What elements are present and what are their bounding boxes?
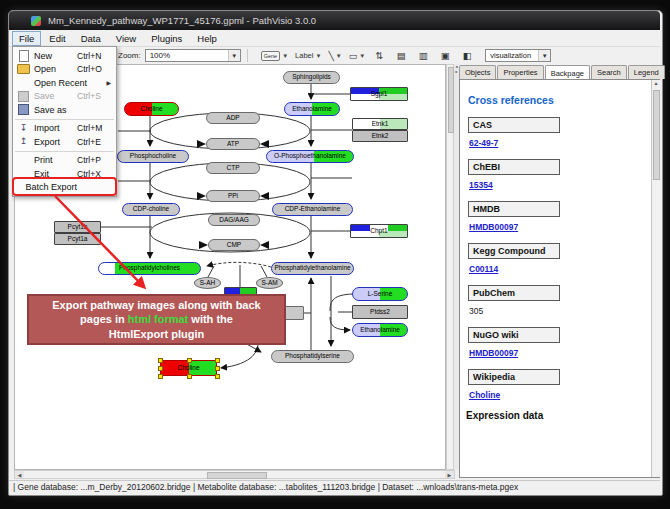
print-icon[interactable]: ▣ [437, 49, 453, 63]
node-phosphatidylserine[interactable]: Phosphatidylserine [271, 350, 354, 363]
node-phosphatidylcholines[interactable]: Phosphatidylcholines [98, 262, 201, 275]
file-menu-item-save[interactable]: SaveCtrl+S [13, 90, 116, 104]
open-folder-icon [17, 64, 30, 74]
chevron-down-icon[interactable]: ▼ [282, 53, 288, 59]
selection-handle[interactable] [158, 374, 163, 379]
sidebar-scrollbar[interactable]: ▲ [651, 80, 660, 477]
node-cmp[interactable]: CMP [208, 239, 260, 251]
file-menu-item-open-recent[interactable]: Open Recent▶ [13, 76, 116, 90]
stack-rows-icon[interactable]: ▤ [393, 49, 409, 63]
node-etnk1[interactable]: Etnk1 [352, 118, 408, 130]
selection-handle[interactable] [215, 358, 220, 363]
file-menu-item-open[interactable]: OpenCtrl+O [13, 63, 116, 77]
chevron-down-icon[interactable]: ▼ [538, 50, 550, 61]
file-menu-item-exit[interactable]: ExitCtrl+X [13, 167, 116, 181]
file-menu-item-label: Save as [34, 105, 67, 115]
annotation-line3: HtmlExport plugin [109, 327, 204, 341]
backpage-section-kegg-compound: Kegg CompoundC00114 [468, 243, 659, 274]
node-o-phosphoethanolamine[interactable]: O-Phosphoethanolamine [266, 150, 354, 163]
node-ctp[interactable]: CTP [206, 162, 260, 174]
chevron-down-icon[interactable]: ▼ [315, 53, 321, 59]
backpage-link[interactable]: C00114 [469, 264, 498, 274]
selection-handle[interactable] [215, 366, 220, 371]
backpage-link[interactable]: Choline [469, 390, 500, 400]
node-etnk2[interactable]: Etnk2 [352, 130, 408, 142]
tab-properties[interactable]: Properties [497, 65, 543, 79]
line-tool[interactable]: ╲▼ [328, 51, 341, 61]
backpage-link[interactable]: HMDB00097 [469, 222, 518, 232]
scrollbar-thumb[interactable] [207, 472, 267, 479]
tab-objects[interactable]: Objects [459, 65, 496, 79]
node-label: Phosphocholine [130, 153, 176, 160]
node-ethanolamine[interactable]: Ethanolamine [284, 102, 340, 116]
menubar-item-help[interactable]: Help [190, 31, 224, 46]
node-adp[interactable]: ADP [206, 112, 260, 124]
visualization-combobox[interactable]: visualization ▼ [485, 49, 551, 62]
file-menu-item-export[interactable]: ↥ExportCtrl+E [13, 135, 116, 149]
file-menu-item-save-as[interactable]: Save as [13, 103, 116, 117]
node-phosphocholine[interactable]: Phosphocholine [117, 150, 189, 163]
node-sphingolipids[interactable]: Sphingolipids [283, 71, 340, 84]
zoom-value: 100% [150, 51, 170, 60]
gene-box[interactable] [284, 306, 304, 320]
node-choline[interactable]: Choline [124, 102, 179, 116]
node-dag-aag[interactable]: DAG/AAG [208, 214, 260, 226]
preview-icon[interactable]: ◧ [459, 49, 475, 63]
shape-tool[interactable]: ▭▼ [349, 51, 365, 61]
node-phosphatidylethanolamine[interactable]: Phosphatidylethanolamine [271, 262, 354, 275]
node-pcyt1a[interactable]: Pcyt1a [54, 233, 101, 245]
label-tool[interactable]: Label▼ [295, 51, 321, 60]
chevron-down-icon[interactable]: ▼ [228, 50, 240, 61]
node-cdp-choline[interactable]: CDP-choline [122, 203, 180, 216]
align-vertical-center-icon[interactable]: ⇅ [371, 49, 387, 63]
backpage-link[interactable]: HMDB00097 [469, 348, 518, 358]
stack-columns-icon[interactable]: ▥ [415, 49, 431, 63]
node-choline[interactable]: Choline [160, 360, 217, 376]
title-bar[interactable]: Mm_Kennedy_pathway_WP1771_45176.gpml - P… [9, 11, 660, 30]
tab-legend[interactable]: Legend [628, 65, 665, 79]
node-label: Ethanolamine [360, 327, 400, 334]
backpage-link[interactable]: 15354 [469, 180, 493, 190]
canvas-vertical-scrollbar[interactable] [446, 64, 454, 470]
selection-handle[interactable] [187, 358, 192, 363]
menubar-item-plugins[interactable]: Plugins [144, 31, 189, 46]
selection-handle[interactable] [158, 366, 163, 371]
file-menu-item-new[interactable]: NewCtrl+N [13, 49, 116, 63]
menubar-item-file[interactable]: File [12, 31, 41, 46]
backpage-link[interactable]: 62-49-7 [469, 138, 498, 148]
node-s-am[interactable]: S-AM [256, 277, 283, 289]
menubar-item-data[interactable]: Data [74, 31, 108, 46]
file-menu-item-batch-export[interactable]: Batch Export [13, 181, 116, 195]
scroll-right-icon[interactable]: ▶ [445, 471, 454, 478]
file-menu-item-import[interactable]: ↧ImportCtrl+M [13, 122, 116, 136]
selection-handle[interactable] [215, 374, 220, 379]
node-cdp-ethanolamine[interactable]: CDP-Ethanolamine [272, 203, 353, 216]
node-ethanolamine[interactable]: Ethanolamine [352, 323, 408, 337]
node-l-serine[interactable]: L-Serine [352, 287, 408, 301]
file-menu-item-label: Open Recent [34, 78, 87, 88]
node-ppi[interactable]: PPi [206, 190, 260, 202]
backpage-section-nugo-wiki: NuGO wikiHMDB00097 [468, 327, 659, 358]
node-label: Etnk2 [372, 133, 389, 140]
node-atp[interactable]: ATP [206, 138, 260, 150]
chevron-down-icon[interactable]: ▼ [336, 53, 342, 59]
menubar-item-view[interactable]: View [109, 31, 143, 46]
canvas-horizontal-scrollbar[interactable]: ◀ ▶ [14, 470, 455, 479]
backpage-section-header: Kegg Compound [468, 243, 560, 259]
node-s-ah[interactable]: S-AH [194, 277, 221, 289]
selection-handle[interactable] [158, 358, 163, 363]
selection-handle[interactable] [187, 374, 192, 379]
scroll-left-icon[interactable]: ◀ [15, 471, 24, 478]
node-pcyt1b[interactable]: Pcyt1b [54, 221, 101, 233]
node-sgpl1[interactable]: Sgpl1 [350, 87, 408, 101]
file-menu-item-print[interactable]: PrintCtrl+P [13, 154, 116, 168]
file-menu-shortcut: Ctrl+E [77, 137, 111, 147]
tab-search[interactable]: Search [591, 65, 627, 79]
backpage-section-cas: CAS62-49-7 [468, 117, 659, 148]
menubar-item-edit[interactable]: Edit [42, 31, 72, 46]
node-chpt1[interactable]: Chpt1 [350, 224, 408, 238]
node-ptdss2[interactable]: Ptdss2 [352, 305, 408, 319]
gene-tool[interactable]: Gene▼ [261, 51, 288, 61]
tab-backpage[interactable]: Backpage [545, 65, 590, 80]
zoom-combobox[interactable]: 100% ▼ [145, 49, 241, 62]
